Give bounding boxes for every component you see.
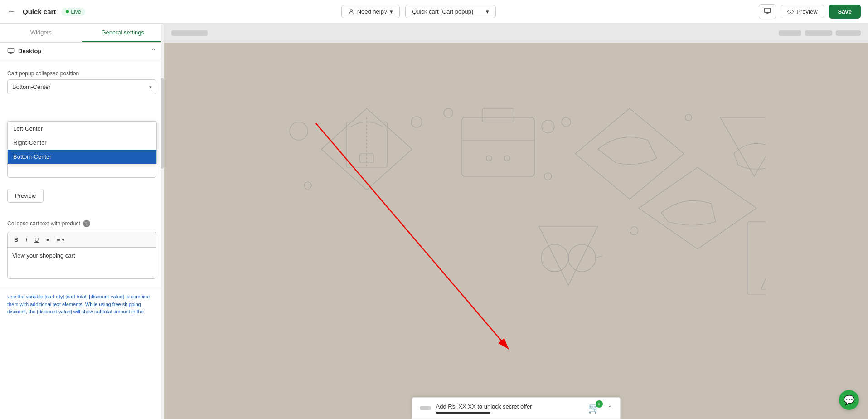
svg-point-25	[685, 114, 692, 121]
scrollbar-thumb[interactable]	[161, 78, 164, 169]
position-section: Cart popup collapsed position Bottom-Cen…	[0, 59, 164, 183]
preview-label: Preview	[796, 8, 817, 15]
collapse-label-row: Collapse cart text with product ?	[7, 220, 156, 227]
cart-badge: 0	[596, 400, 603, 408]
collapse-icon[interactable]: ⌃	[151, 47, 156, 54]
dropdown-item-right-center[interactable]: Right-Center	[8, 136, 156, 150]
sidebar-preview-button[interactable]: Preview	[7, 189, 44, 203]
svg-point-14	[304, 182, 311, 189]
sketch-background	[164, 43, 868, 419]
svg-point-12	[290, 122, 308, 140]
svg-rect-16	[482, 108, 514, 122]
save-button[interactable]: Save	[829, 5, 861, 19]
sketch-svg	[267, 95, 766, 367]
chat-bubble[interactable]: 💬	[839, 390, 859, 410]
cart-popup-bar: Add Rs. XX.XX to unlock secret offer 🛒 0…	[412, 397, 621, 419]
svg-point-22	[544, 173, 552, 180]
align-button2[interactable]: ≡ ▾	[54, 235, 68, 244]
dropdown-item-left-center[interactable]: Left-Center	[8, 122, 156, 136]
svg-point-18	[486, 156, 492, 161]
desktop-title: Desktop	[7, 47, 41, 54]
progress-bar	[436, 412, 490, 414]
collapse-label: Collapse cart text with product	[7, 220, 80, 227]
preview-section: Preview	[0, 183, 164, 208]
svg-point-34	[630, 227, 638, 235]
need-help-label: Need help?	[357, 8, 388, 15]
fake-bar-2	[779, 30, 801, 36]
live-badge: Live	[61, 8, 85, 16]
svg-marker-8	[321, 108, 412, 190]
fake-bar-1	[171, 30, 208, 36]
expand-icon[interactable]: ⌃	[607, 404, 613, 412]
desktop-view-button[interactable]	[759, 4, 776, 19]
grip-bar-left	[420, 406, 431, 410]
sidebar-tabs: Widgets General settings	[0, 24, 164, 43]
chat-icon: 💬	[844, 395, 855, 405]
cart-text-toolbar: B I U ● ≡ ▾	[7, 232, 156, 247]
eye-icon	[787, 9, 794, 15]
cart-popup-label: Quick cart (Cart popup)	[412, 8, 473, 15]
preview-area: Add Rs. XX.XX to unlock secret offer 🛒 0…	[164, 24, 868, 419]
tab-widgets[interactable]: Widgets	[0, 24, 82, 42]
desktop-section-header: Desktop ⌃	[0, 43, 164, 59]
person-icon	[348, 9, 354, 15]
help-icon[interactable]: ?	[83, 220, 90, 227]
svg-rect-5	[8, 48, 14, 52]
header-center: Need help? ▾ Quick cart (Cart popup) ▾	[341, 5, 496, 18]
chevron-down-icon: ▾	[390, 8, 393, 15]
cart-popup-button[interactable]: Quick cart (Cart popup) ▾	[405, 5, 496, 18]
fake-bar-3	[805, 30, 832, 36]
dropdown-item-bottom-center[interactable]: Bottom-Center	[8, 150, 156, 164]
svg-rect-35	[747, 222, 766, 294]
sidebar: Widgets General settings Desktop ⌃ Cart …	[0, 24, 164, 419]
svg-point-0	[350, 9, 352, 11]
position-dropdown-overlay: Left-Center Right-Center Bottom-Center	[7, 121, 157, 164]
top-header: ← Quick cart Live Need help? ▾ Quick car…	[0, 0, 868, 24]
live-label: Live	[71, 9, 81, 15]
underline-button2[interactable]: U	[32, 235, 41, 244]
cart-popup-message: Add Rs. XX.XX to unlock secret offer	[436, 403, 582, 410]
back-icon[interactable]: ←	[7, 7, 15, 16]
svg-point-24	[562, 117, 571, 127]
svg-line-32	[596, 256, 602, 258]
preview-top-bar	[164, 24, 868, 43]
scrollbar-track	[161, 24, 164, 419]
svg-marker-23	[575, 108, 684, 199]
need-help-button[interactable]: Need help? ▾	[341, 5, 400, 18]
svg-marker-33	[639, 167, 756, 249]
collapse-section: Collapse cart text with product ? B I U …	[0, 208, 164, 284]
fake-bar-4	[836, 30, 861, 36]
svg-rect-1	[765, 8, 771, 12]
svg-rect-15	[462, 117, 534, 176]
monitor-icon	[764, 7, 771, 15]
chevron-down-icon2: ▾	[486, 8, 489, 15]
position-select-wrapper: Bottom-Center Left-Center Right-Center ▾	[7, 79, 156, 94]
preview-button[interactable]: Preview	[781, 5, 824, 18]
svg-point-4	[790, 11, 792, 13]
cart-icon-badge[interactable]: 🛒 0	[588, 402, 600, 414]
svg-point-21	[542, 120, 554, 133]
live-dot	[66, 10, 69, 13]
position-label: Cart popup collapsed position	[7, 70, 156, 77]
desktop-icon	[7, 47, 15, 54]
popup-content: Add Rs. XX.XX to unlock secret offer	[436, 403, 582, 414]
bold-button2[interactable]: B	[11, 235, 21, 244]
tab-general-settings[interactable]: General settings	[82, 24, 164, 42]
svg-point-20	[444, 108, 453, 117]
svg-point-19	[504, 156, 510, 161]
italic-button2[interactable]: I	[23, 235, 30, 244]
position-select[interactable]: Bottom-Center Left-Center Right-Center	[7, 79, 156, 94]
main-layout: Widgets General settings Desktop ⌃ Cart …	[0, 24, 868, 419]
svg-point-13	[411, 117, 422, 127]
app-title: Quick cart	[23, 8, 56, 15]
header-right: Preview Save	[759, 4, 861, 19]
color-button2[interactable]: ●	[43, 235, 52, 244]
info-text: Use the variable [cart-qty] [cart-total]…	[0, 288, 164, 320]
cart-text-textarea[interactable]: View your shopping cart	[7, 247, 156, 279]
